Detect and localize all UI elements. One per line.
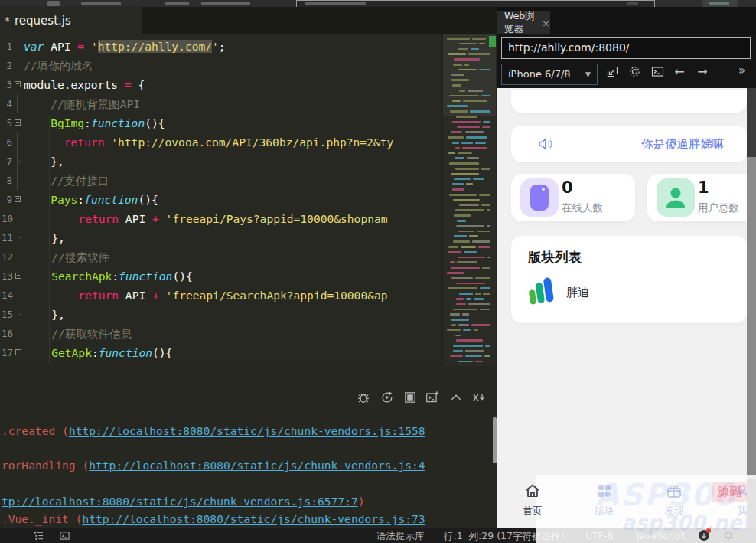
stack-trace-link[interactable]: http://localhost:8080/static/js/chunk-ve…	[82, 512, 425, 525]
rerun-icon[interactable]	[380, 391, 394, 404]
new-terminal-icon[interactable]	[425, 391, 439, 404]
editor-minimap[interactable]	[442, 34, 496, 366]
minimap-marker	[489, 36, 496, 47]
code-line[interactable]: 17 GetApk:function(){	[0, 343, 442, 362]
line-number: 4	[0, 94, 12, 113]
console-line: .created (http://localhost:8080/static/j…	[2, 423, 425, 440]
fold-toggle-icon[interactable]	[12, 75, 22, 94]
terminal-status-icon[interactable]	[60, 531, 70, 541]
error-text: )	[358, 495, 365, 508]
forward-arrow-icon[interactable]: →	[696, 65, 709, 79]
chevron-down-icon: ▼	[585, 64, 591, 84]
menubar-item[interactable]	[81, 2, 121, 5]
code-lines: 1var API = 'http://ahlly.com/';2//填你的域名3…	[0, 37, 442, 362]
code-line[interactable]: 12 //搜索软件	[0, 247, 442, 267]
fold-guide	[13, 228, 23, 247]
stack-trace-link[interactable]: http://localhost:8080/static/js/chunk-ve…	[89, 459, 425, 472]
tab-request-js[interactable]: * request.js	[0, 7, 142, 34]
stat-card-online[interactable]: 0在线人数	[511, 174, 635, 221]
clear-icon[interactable]	[471, 391, 485, 404]
preview-scrollbar-thumb[interactable]	[747, 157, 756, 479]
code-line[interactable]: 3module.exports = {	[0, 75, 442, 94]
code-text: },	[24, 228, 65, 247]
code-line[interactable]: 5 BgImg:function(){	[0, 113, 442, 132]
code-editor[interactable]: 1var API = 'http://ahlly.com/';2//填你的域名3…	[0, 34, 442, 366]
device-select[interactable]: iPhone 6/7/8 ▼	[501, 64, 598, 85]
code-line[interactable]: 13 SearchApk:function(){	[0, 267, 442, 286]
code-text: module.exports = {	[24, 75, 145, 94]
back-arrow-icon[interactable]: ←	[673, 65, 686, 79]
close-icon[interactable]: ×	[542, 18, 550, 29]
code-text: Pays:function(){	[24, 190, 158, 209]
stack-trace-link[interactable]: tp://localhost:8080/static/js/chunk-vend…	[2, 495, 358, 508]
fold-guide	[12, 171, 22, 190]
code-text: },	[24, 152, 64, 171]
fold-toggle-icon[interactable]	[12, 113, 22, 132]
menubar-icon[interactable]	[47, 1, 60, 6]
bell-icon[interactable]	[723, 530, 734, 541]
home-icon	[523, 482, 542, 500]
line-number: 6	[0, 132, 12, 152]
code-line[interactable]: 8 //支付接口	[0, 171, 442, 190]
stat-label: 用户总数	[698, 201, 739, 215]
code-line[interactable]: 7 },	[0, 152, 442, 171]
line-number: 1	[0, 37, 12, 56]
line-number: 10	[0, 209, 13, 228]
app-tab-discover[interactable]: 发现	[656, 482, 692, 518]
line-number: 16	[0, 324, 13, 343]
phone-icon	[520, 178, 559, 217]
fold-toggle-icon[interactable]	[13, 343, 23, 362]
fold-guide	[12, 37, 22, 56]
stop-icon[interactable]	[403, 391, 417, 404]
fold-guide	[12, 56, 22, 75]
fold-toggle-icon[interactable]	[13, 267, 23, 286]
code-line[interactable]: 16 //获取软件信息	[0, 324, 442, 343]
terminal-icon[interactable]	[651, 65, 665, 79]
settings-gear-icon[interactable]	[628, 65, 642, 79]
code-line[interactable]: 9 Pays:function(){	[0, 190, 442, 209]
menubar-breadcrumb	[201, 2, 250, 5]
indent-guide	[49, 115, 50, 364]
app-tab-label: 发现	[656, 505, 692, 518]
fold-toggle-icon[interactable]	[12, 190, 22, 209]
outline-list-icon[interactable]	[34, 531, 44, 541]
code-line[interactable]: 1var API = 'http://ahlly.com/';	[0, 37, 442, 56]
line-number: 11	[0, 228, 13, 247]
stat-card-users[interactable]: 1用户总数	[647, 174, 747, 221]
fold-guide	[13, 247, 23, 267]
menubar-item[interactable]	[165, 2, 189, 5]
console-line: tp://localhost:8080/static/js/chunk-vend…	[2, 493, 364, 510]
stack-trace-link[interactable]: http://localhost:8080/static/js/chunk-ve…	[69, 424, 425, 437]
debug-icon[interactable]	[357, 391, 370, 404]
code-line[interactable]: 11 },	[0, 228, 442, 247]
console-scrollbar[interactable]	[493, 417, 497, 463]
notice-banner[interactable]: 你是傻逼胖娣嘛	[511, 126, 747, 162]
board-list-item[interactable]: 胖迪	[525, 276, 589, 309]
code-text: //搜索软件	[24, 247, 109, 267]
app-tab-me[interactable]: 我	[724, 482, 747, 518]
syntax-lib-status[interactable]: 语法提示库	[376, 528, 425, 543]
line-number: 3	[0, 75, 12, 94]
code-line[interactable]: 2//填你的域名	[0, 56, 442, 75]
code-line[interactable]: 15 },	[0, 305, 442, 324]
update-download-icon[interactable]	[699, 530, 709, 541]
fold-guide	[13, 305, 23, 324]
app-tab-home[interactable]: 首页	[514, 482, 551, 518]
board-logo-icon	[525, 276, 556, 309]
run-button[interactable]	[702, 0, 738, 7]
code-line[interactable]: 10 return API + 'freeapi/Pays?appid=1000…	[0, 209, 442, 228]
collapse-icon[interactable]	[449, 391, 463, 404]
speaker-icon	[537, 136, 554, 152]
more-chevrons-icon[interactable]: »	[738, 64, 745, 77]
line-number: 12	[0, 247, 13, 267]
browser-tab[interactable]: Web浏览器 ×	[497, 11, 550, 34]
open-in-editor-icon[interactable]	[606, 65, 620, 79]
code-line[interactable]: 6 return 'http://ovooa.com/API/360bz/api…	[0, 132, 442, 152]
code-line[interactable]: 4 //随机背景图API	[0, 94, 442, 113]
fold-guide	[13, 286, 23, 305]
discover-icon	[665, 482, 683, 500]
code-line[interactable]: 14 return API + 'freeapi/SearchApk?appid…	[0, 286, 442, 305]
app-tab-grid[interactable]: 版块	[586, 482, 623, 518]
user-icon	[657, 178, 695, 217]
address-bar-input[interactable]: http://ahlly.com/:8080/	[501, 37, 751, 59]
